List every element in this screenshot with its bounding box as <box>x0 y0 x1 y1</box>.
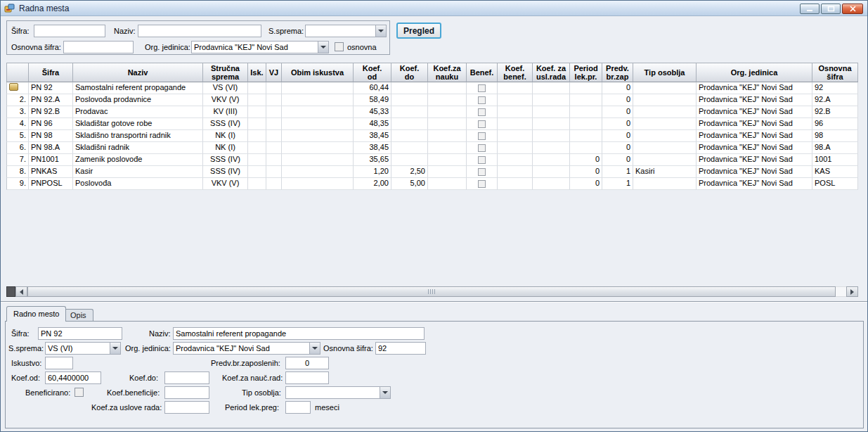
filter-naziv-input[interactable] <box>138 25 261 37</box>
app-icon <box>4 3 15 14</box>
cell-sifra: PN 96 <box>29 118 73 130</box>
column-header-naziv[interactable]: Naziv <box>73 63 203 82</box>
chevron-down-icon[interactable] <box>309 343 320 354</box>
detail-koef-nauc-input[interactable] <box>285 371 329 384</box>
cell-sifra: PNKAS <box>29 166 73 178</box>
tab-opis[interactable]: Opis <box>63 309 93 321</box>
filter-org-jedinica-value: Prodavnica "KEJ" Novi Sad <box>192 42 318 53</box>
column-header-org[interactable]: Org. jedinica <box>697 63 812 82</box>
cell-sifra: PN 98 <box>29 130 73 142</box>
column-header-ind[interactable] <box>6 63 29 82</box>
column-header-isk[interactable]: Isk. <box>248 63 266 82</box>
detail-koef-uslove-input[interactable] <box>164 401 209 414</box>
cell-isk <box>248 178 266 190</box>
detail-naziv-input[interactable] <box>173 327 425 340</box>
close-button[interactable] <box>842 4 863 14</box>
cell-koef_do <box>391 106 428 118</box>
cell-koef_benef <box>498 130 533 142</box>
table-row[interactable]: 9.PNPOSLPoslovođaVKV (V)2,005,0001Prodav… <box>6 178 858 190</box>
cell-predv: 0 <box>602 154 633 166</box>
scrollbar-thumb[interactable] <box>27 286 836 297</box>
filter-sifra-label: Šifra: <box>11 27 30 35</box>
maximize-button[interactable] <box>821 4 841 14</box>
column-header-koef_usl[interactable]: Koef. za usl.rada <box>533 63 570 82</box>
detail-sifra-input[interactable] <box>38 327 122 340</box>
table-row[interactable]: 5.PN 98Skladišno transportni radnikNK (I… <box>6 130 858 142</box>
table-row[interactable]: 8.PNKASKasirSSS (IV)1,202,5001KasiriProd… <box>6 166 858 178</box>
column-header-benef[interactable]: Benef. <box>467 63 498 82</box>
detail-panel: Šifra: Naziv: S.sprema: VS (VI) Org. jed… <box>5 321 864 428</box>
cell-osnovna: 92 <box>812 82 858 94</box>
detail-koef-beneficije-input[interactable] <box>164 386 209 399</box>
column-header-predv[interactable]: Predv. br.zap <box>602 63 633 82</box>
cell-naziv: Prodavac <box>73 106 203 118</box>
cell-sifra: PN 92.B <box>29 106 73 118</box>
detail-iskustvo-input[interactable] <box>45 357 73 369</box>
chevron-down-icon[interactable] <box>380 387 390 398</box>
horizontal-scrollbar[interactable] <box>6 286 858 297</box>
minimize-button[interactable] <box>800 4 820 14</box>
column-header-tip[interactable]: Tip osoblja <box>633 63 697 82</box>
titlebar[interactable]: Radna mesta <box>1 1 867 16</box>
osnovna-checkbox[interactable] <box>335 42 344 51</box>
cell-koef_benef <box>498 82 533 94</box>
benef-checkbox <box>478 108 486 116</box>
table-row[interactable]: 7.PN1001Zamenik poslovođeSSS (IV)35,6500… <box>6 154 858 166</box>
detail-koef-od-input[interactable] <box>45 371 101 384</box>
scroll-right-icon <box>850 289 854 295</box>
cell-predv: 0 <box>602 142 633 154</box>
filter-ssprema-label: S.sprema: <box>268 27 304 35</box>
tab-radno-mesto[interactable]: Radno mesto <box>6 306 66 322</box>
column-header-period[interactable]: Period lek.pr. <box>570 63 602 82</box>
detail-tip-osoblja-select[interactable] <box>285 386 391 399</box>
benef-checkbox <box>478 84 486 92</box>
osnovna-checkbox-label: osnovna <box>347 43 377 51</box>
chevron-down-icon[interactable] <box>375 25 386 37</box>
cell-koef_benef <box>498 154 533 166</box>
scroll-right-button[interactable] <box>846 286 858 297</box>
table-row[interactable]: 3.PN 92.BProdavacKV (III)45,330Prodavnic… <box>6 106 858 118</box>
chevron-down-icon[interactable] <box>318 42 328 53</box>
column-header-koef_do[interactable]: Koef. do <box>391 63 428 82</box>
pregled-button[interactable]: Pregled <box>396 23 441 39</box>
detail-koef-do-input[interactable] <box>164 371 209 384</box>
cell-isk <box>248 82 266 94</box>
detail-predv-input[interactable] <box>285 357 329 369</box>
column-header-koef_benef[interactable]: Koef. benef. <box>498 63 533 82</box>
column-header-obim[interactable]: Obim iskustva <box>282 63 354 82</box>
cell-org: Prodavnica "KEJ" Novi Sad <box>697 118 812 130</box>
cell-ind: 3. <box>6 106 29 118</box>
table-row[interactable]: 4.PN 96Skladištar gotove robeSSS (IV)48,… <box>6 118 858 130</box>
column-header-vj[interactable]: VJ <box>266 63 282 82</box>
cell-koef_nauka <box>428 166 467 178</box>
table-row[interactable]: 2.PN 92.APoslovođa prodavniceVKV (V)58,4… <box>6 94 858 106</box>
cell-sprema: VS (VI) <box>203 82 248 94</box>
cell-obim <box>282 130 354 142</box>
cell-vj <box>266 82 282 94</box>
scrollbar-track[interactable] <box>836 286 846 297</box>
column-header-koef_nauka[interactable]: Koef.za nauku <box>428 63 467 82</box>
detail-ssprema-select[interactable]: VS (VI) <box>45 342 121 355</box>
cell-sifra: PNPOSL <box>29 178 73 190</box>
scroll-left-button[interactable] <box>15 286 27 297</box>
chevron-down-icon[interactable] <box>110 343 120 354</box>
filter-org-jedinica-select[interactable]: Prodavnica "KEJ" Novi Sad <box>191 41 329 53</box>
cell-period <box>570 106 602 118</box>
cell-predv: 0 <box>602 118 633 130</box>
column-header-osnovna[interactable]: Osnovna šifra <box>812 63 858 82</box>
table-row[interactable]: PN 92Samostalni referent propagandeVS (V… <box>6 82 858 94</box>
filter-sifra-input[interactable] <box>34 25 105 37</box>
detail-osnovna-input[interactable] <box>375 342 426 355</box>
beneficirano-checkbox[interactable] <box>75 388 84 397</box>
cell-vj <box>266 154 282 166</box>
column-header-sifra[interactable]: Šifra <box>29 63 73 82</box>
cell-naziv: Kasir <box>73 166 203 178</box>
filter-ssprema-select[interactable] <box>305 25 387 37</box>
detail-period-input[interactable] <box>285 401 311 414</box>
filter-osnovna-sifra-input[interactable] <box>63 41 134 53</box>
column-header-sprema[interactable]: Stručna sprema <box>203 63 248 82</box>
detail-org-select[interactable]: Prodavnica "KEJ" Novi Sad <box>173 342 320 355</box>
cell-koef_nauka <box>428 130 467 142</box>
table-row[interactable]: 6.PN 98.ASkladišni radnikNK (I)38,450Pro… <box>6 142 858 154</box>
column-header-koef_od[interactable]: Koef. od <box>354 63 391 82</box>
